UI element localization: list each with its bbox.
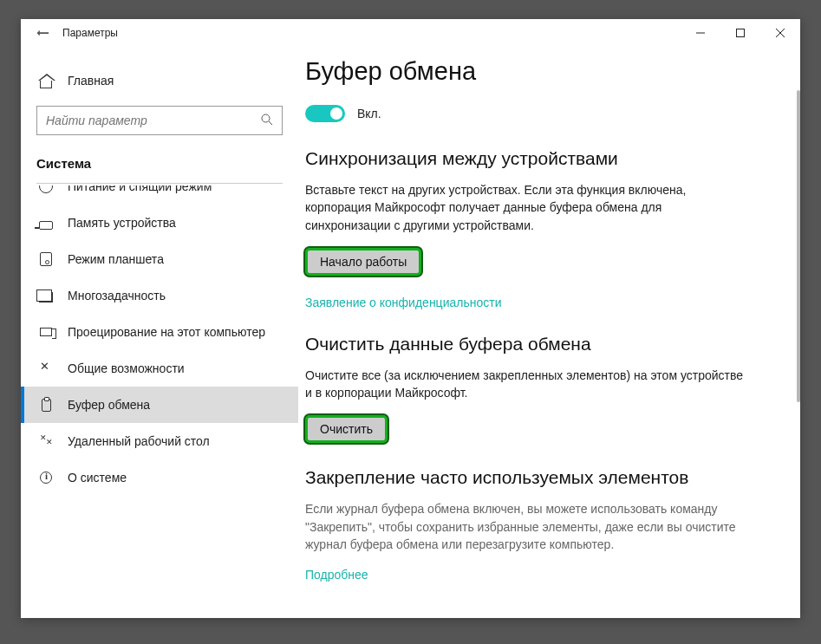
page-title: Буфер обмена — [305, 57, 766, 86]
home-icon — [38, 73, 54, 88]
nav-item-label: Режим планшета — [68, 252, 164, 266]
sidebar-item-clipboard[interactable]: Буфер обмена — [21, 387, 298, 423]
clear-description: Очистите все (за исключением закрепленны… — [305, 367, 747, 402]
multitask-icon — [38, 288, 54, 303]
sync-description: Вставьте текст на других устройствах. Ес… — [305, 181, 747, 234]
titlebar: 🠔 Параметры — [21, 19, 800, 47]
sidebar-item-tablet[interactable]: Режим планшета — [21, 241, 298, 277]
sidebar-home-label: Главная — [68, 74, 114, 88]
search-input[interactable] — [46, 114, 261, 127]
privacy-statement-link[interactable]: Заявление о конфиденциальности — [305, 296, 501, 309]
settings-window: 🠔 Параметры Главная — [21, 19, 800, 618]
clipboard-toggle-row: Вкл. — [305, 105, 766, 122]
nav-item-label: Проецирование на этот компьютер — [68, 325, 265, 339]
nav-item-label: Общие возможности — [68, 361, 185, 375]
main-scrollbar[interactable] — [795, 47, 800, 618]
pin-heading: Закрепление часто используемых элементов — [305, 467, 766, 488]
sync-heading: Синхронизация между устройствами — [305, 148, 766, 169]
sidebar-item-projecting[interactable]: Проецирование на этот компьютер — [21, 314, 298, 350]
projecting-icon — [38, 324, 54, 340]
clipboard-icon — [38, 397, 54, 413]
get-started-button[interactable]: Начало работы — [305, 248, 421, 276]
clipboard-history-toggle[interactable] — [305, 105, 345, 122]
tablet-icon — [38, 251, 54, 267]
remote-desktop-icon — [38, 433, 54, 449]
close-button[interactable] — [760, 21, 800, 45]
nav-item-label: Удаленный рабочий стол — [68, 434, 210, 448]
search-icon — [261, 114, 273, 128]
shared-icon — [38, 361, 54, 376]
nav-item-label: Память устройства — [68, 216, 176, 230]
nav-list: Питание и спящий режим Память устройства… — [21, 185, 298, 618]
maximize-button[interactable] — [720, 21, 760, 45]
sidebar-item-about[interactable]: О системе — [21, 459, 298, 496]
search-box[interactable] — [36, 106, 283, 135]
sidebar: Главная Система Питание и спящий режим П… — [21, 47, 298, 618]
window-title: Параметры — [62, 27, 118, 39]
minimize-button[interactable] — [681, 21, 720, 45]
sidebar-section-title: Система — [21, 151, 298, 183]
main-scroll-thumb[interactable] — [797, 90, 800, 402]
clear-heading: Очистить данные буфера обмена — [305, 334, 766, 355]
main-content: Буфер обмена Вкл. Синхронизация между ус… — [298, 47, 800, 618]
sidebar-item-shared[interactable]: Общие возможности — [21, 350, 298, 387]
nav-item-label: О системе — [68, 471, 127, 485]
clear-button[interactable]: Очистить — [305, 415, 388, 443]
svg-line-5 — [269, 121, 272, 125]
sidebar-item-storage[interactable]: Память устройства — [21, 205, 298, 241]
nav-item-label: Буфер обмена — [68, 398, 150, 412]
sidebar-item-power-sleep[interactable]: Питание и спящий режим — [21, 185, 298, 205]
sidebar-item-remote-desktop[interactable]: Удаленный рабочий стол — [21, 423, 298, 459]
sidebar-home[interactable]: Главная — [21, 64, 298, 97]
content-area: Главная Система Питание и спящий режим П… — [21, 47, 800, 618]
about-icon — [38, 470, 54, 485]
nav-item-label: Многозадачность — [68, 289, 166, 302]
back-button[interactable]: 🠔 — [26, 20, 59, 46]
sidebar-item-multitasking[interactable]: Многозадачность — [21, 277, 298, 314]
nav-item-label: Питание и спящий режим — [68, 185, 212, 193]
svg-point-4 — [262, 114, 270, 122]
learn-more-link[interactable]: Подробнее — [305, 568, 368, 582]
toggle-state-label: Вкл. — [357, 107, 381, 120]
window-controls — [681, 21, 800, 45]
storage-icon — [38, 215, 54, 231]
sleep-icon — [38, 185, 54, 194]
arrow-left-icon: 🠔 — [36, 26, 49, 41]
pin-description: Если журнал буфера обмена включен, вы мо… — [305, 500, 747, 553]
svg-rect-1 — [737, 29, 745, 37]
